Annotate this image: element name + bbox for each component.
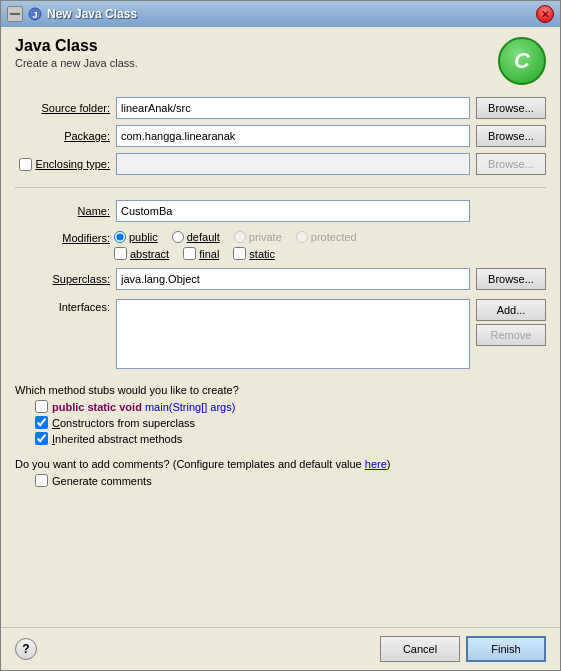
interfaces-list[interactable] bbox=[116, 299, 470, 369]
package-input[interactable] bbox=[116, 125, 470, 147]
check-abstract-input[interactable] bbox=[114, 247, 127, 260]
generate-comments-checkbox[interactable] bbox=[35, 474, 48, 487]
finish-button[interactable]: Finish bbox=[466, 636, 546, 662]
radio-protected: protected bbox=[296, 231, 357, 243]
modifiers-row-2: abstract final static bbox=[15, 247, 546, 260]
package-label: Package: bbox=[15, 130, 110, 142]
check-abstract: abstract bbox=[114, 247, 169, 260]
interfaces-buttons: Add... Remove bbox=[476, 299, 546, 346]
help-button[interactable]: ? bbox=[15, 638, 37, 660]
package-browse-button[interactable]: Browse... bbox=[476, 125, 546, 147]
superclass-label: Superclass: bbox=[15, 273, 110, 285]
source-folder-label: Source folder: bbox=[15, 102, 110, 114]
constructors-row: Constructors from superclass bbox=[35, 416, 546, 429]
superclass-input[interactable] bbox=[116, 268, 470, 290]
name-input[interactable] bbox=[116, 200, 470, 222]
enclosing-type-browse-button: Browse... bbox=[476, 153, 546, 175]
dialog-content: Java Class Create a new Java class. C So… bbox=[1, 27, 560, 627]
comments-section: Do you want to add comments? (Configure … bbox=[15, 458, 546, 487]
check-final: final bbox=[183, 247, 219, 260]
form-section: Source folder: Browse... Package: Browse… bbox=[15, 97, 546, 487]
superclass-row: Superclass: Browse... bbox=[15, 268, 546, 290]
cancel-button[interactable]: Cancel bbox=[380, 636, 460, 662]
dialog-footer: ? Cancel Finish bbox=[1, 627, 560, 670]
main-method-row: public static void main(String[] args) bbox=[35, 400, 546, 413]
main-method-label: public static void main(String[] args) bbox=[52, 401, 235, 413]
check-static-input[interactable] bbox=[233, 247, 246, 260]
enclosing-type-input[interactable] bbox=[116, 153, 470, 175]
source-folder-browse-button[interactable]: Browse... bbox=[476, 97, 546, 119]
radio-default: default bbox=[172, 231, 220, 243]
divider-1 bbox=[15, 187, 546, 188]
radio-default-input[interactable] bbox=[172, 231, 184, 243]
main-method-checkbox[interactable] bbox=[35, 400, 48, 413]
modifiers-radio-group: public default private protected bbox=[114, 231, 357, 243]
comments-link[interactable]: here bbox=[365, 458, 387, 470]
close-button[interactable]: ✕ bbox=[536, 5, 554, 23]
dialog-title: Java Class bbox=[15, 37, 138, 55]
header-left: Java Class Create a new Java class. bbox=[15, 37, 138, 69]
constructors-label: Constructors from superclass bbox=[52, 417, 195, 429]
superclass-browse-button[interactable]: Browse... bbox=[476, 268, 546, 290]
source-folder-input[interactable] bbox=[116, 97, 470, 119]
modifiers-row-1: Modifiers: public default private bbox=[15, 230, 546, 244]
modifiers-label: Modifiers: bbox=[15, 230, 110, 244]
name-label: Name: bbox=[15, 205, 110, 217]
check-final-label[interactable]: final bbox=[199, 248, 219, 260]
interfaces-section: Interfaces: Add... Remove bbox=[15, 299, 546, 369]
method-stubs-section: Which method stubs would you like to cre… bbox=[15, 384, 546, 448]
inherited-row: Inherited abstract methods bbox=[35, 432, 546, 445]
enclosing-type-label[interactable]: Enclosing type: bbox=[35, 158, 110, 170]
radio-private-input bbox=[234, 231, 246, 243]
header-section: Java Class Create a new Java class. C bbox=[15, 37, 546, 85]
title-bar: J New Java Class ✕ bbox=[1, 1, 560, 27]
enclosing-type-checkbox[interactable] bbox=[19, 158, 32, 171]
eclipse-logo: C bbox=[498, 37, 546, 85]
inherited-checkbox[interactable] bbox=[35, 432, 48, 445]
svg-rect-0 bbox=[10, 13, 20, 15]
radio-public: public bbox=[114, 231, 158, 243]
radio-default-label[interactable]: default bbox=[187, 231, 220, 243]
check-final-input[interactable] bbox=[183, 247, 196, 260]
radio-public-input[interactable] bbox=[114, 231, 126, 243]
enclosing-type-row: Enclosing type: Browse... bbox=[15, 153, 546, 175]
void-keyword: public static bbox=[52, 401, 119, 413]
method-stubs-title: Which method stubs would you like to cre… bbox=[15, 384, 546, 396]
footer-left: ? bbox=[15, 638, 37, 660]
dialog-window: J New Java Class ✕ Java Class Create a n… bbox=[0, 0, 561, 671]
modifiers-checkbox-group: abstract final static bbox=[114, 247, 275, 260]
radio-private: private bbox=[234, 231, 282, 243]
modifiers-section: Modifiers: public default private bbox=[15, 230, 546, 260]
comments-title-text: Do you want to add comments? (Configure … bbox=[15, 458, 365, 470]
comments-title: Do you want to add comments? (Configure … bbox=[15, 458, 546, 470]
radio-public-label[interactable]: public bbox=[129, 231, 158, 243]
constructors-checkbox[interactable] bbox=[35, 416, 48, 429]
check-static-label[interactable]: static bbox=[249, 248, 275, 260]
svg-text:J: J bbox=[32, 10, 37, 20]
radio-private-label: private bbox=[249, 231, 282, 243]
comments-generate-row: Generate comments bbox=[35, 474, 546, 487]
source-folder-row: Source folder: Browse... bbox=[15, 97, 546, 119]
check-static: static bbox=[233, 247, 275, 260]
inherited-label: Inherited abstract methods bbox=[52, 433, 182, 445]
radio-protected-label: protected bbox=[311, 231, 357, 243]
title-java-icon: J bbox=[27, 6, 43, 22]
name-row: Name: bbox=[15, 200, 546, 222]
add-interface-button[interactable]: Add... bbox=[476, 299, 546, 321]
check-abstract-label[interactable]: abstract bbox=[130, 248, 169, 260]
minimize-button[interactable] bbox=[7, 6, 23, 22]
remove-interface-button[interactable]: Remove bbox=[476, 324, 546, 346]
title-text: New Java Class bbox=[47, 7, 137, 21]
logo-letter: C bbox=[514, 48, 530, 74]
footer-right: Cancel Finish bbox=[380, 636, 546, 662]
dialog-subtitle: Create a new Java class. bbox=[15, 57, 138, 69]
package-row: Package: Browse... bbox=[15, 125, 546, 147]
generate-comments-label[interactable]: Generate comments bbox=[52, 475, 152, 487]
radio-protected-input bbox=[296, 231, 308, 243]
interfaces-label: Interfaces: bbox=[15, 299, 110, 313]
